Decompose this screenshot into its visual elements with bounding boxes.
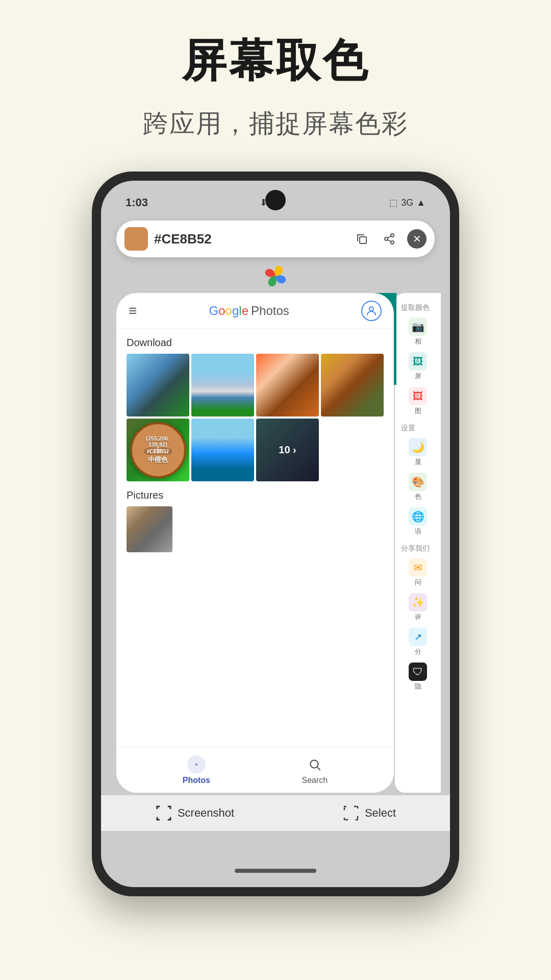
- side-panel: 提取颜色 📷 相 🖼 屏 🖼 图 设置: [395, 293, 441, 793]
- bottom-navigation: Photos Search: [116, 747, 394, 793]
- svg-point-1: [391, 234, 394, 237]
- nav-photos[interactable]: Photos: [183, 755, 210, 785]
- picture-1[interactable]: [127, 506, 172, 552]
- image-side-label: 图: [415, 406, 421, 415]
- review-side-label: 评: [415, 612, 421, 622]
- svg-line-12: [317, 767, 320, 770]
- google-photos-app-card: ≡ GooglePhotos Download: [116, 293, 394, 793]
- color-swatch: [124, 227, 148, 251]
- svg-point-3: [391, 241, 394, 244]
- svg-rect-7: [195, 764, 196, 765]
- svg-line-5: [388, 236, 391, 238]
- phone-mockup: 1:03 ⬇ A ⬚ 3G ▲ #CE8B52: [92, 172, 459, 896]
- svg-point-2: [385, 237, 388, 240]
- share-side-icon: ↗: [409, 628, 427, 646]
- feedback-side-label: 问: [415, 578, 421, 587]
- photo-2[interactable]: [191, 354, 254, 416]
- privacy-shield-icon: 🛡: [409, 663, 427, 681]
- download-label: Download: [127, 337, 384, 349]
- screen-side-icon: 🖼: [409, 352, 427, 371]
- side-camera-item[interactable]: 📷 相: [399, 315, 437, 348]
- dark-side-label: 显: [415, 457, 421, 467]
- side-dark-item[interactable]: 🌙 显: [399, 436, 437, 469]
- page-background: 屏幕取色 跨应用，捕捉屏幕色彩 1:03 ⬇ A ⬚ 3G ▲: [0, 0, 551, 980]
- side-privacy-item[interactable]: 🛡 隐: [399, 660, 437, 693]
- google-photos-icon: [259, 260, 292, 292]
- close-button[interactable]: ✕: [407, 229, 427, 249]
- account-icon[interactable]: [361, 301, 382, 321]
- nav-search[interactable]: Search: [302, 755, 328, 785]
- feedback-icon: ✉: [409, 558, 427, 577]
- hamburger-menu[interactable]: ≡: [129, 303, 137, 319]
- search-nav-icon: [306, 755, 324, 774]
- google-photos-icon-area: [259, 260, 292, 295]
- photo-5-container[interactable]: (255,206, 139,82) #CE8B52 中橙色 ✛: [127, 419, 189, 481]
- camera-side-label: 相: [415, 337, 421, 346]
- color-bar-actions: ✕: [352, 229, 427, 249]
- camera-notch: [265, 190, 286, 210]
- gesture-bar: [235, 869, 316, 873]
- copy-icon[interactable]: [352, 229, 371, 249]
- language-side-label: 语: [415, 527, 421, 536]
- share-side-label: 分: [415, 647, 421, 656]
- side-screen-item[interactable]: 🖼 屏: [399, 350, 437, 383]
- color-picker-circle: (255,206, 139,82) #CE8B52 中橙色 ✛: [130, 422, 186, 478]
- screenshot-button[interactable]: Screenshot: [155, 804, 234, 822]
- pictures-section: Pictures: [116, 485, 394, 556]
- photo-count-text: 10 ›: [279, 444, 296, 456]
- download-photo-grid: (255,206, 139,82) #CE8B52 中橙色 ✛: [127, 354, 384, 481]
- page-title: 屏幕取色: [182, 31, 369, 91]
- photos-nav-icon: [187, 755, 206, 774]
- color-card-icon: 🎨: [409, 473, 427, 491]
- color-picker-bar[interactable]: #CE8B52: [116, 220, 435, 257]
- svg-rect-9: [195, 765, 196, 766]
- side-color-item[interactable]: 🎨 色: [399, 471, 437, 503]
- screenshot-label: Screenshot: [178, 806, 234, 820]
- photo-6[interactable]: [191, 419, 254, 481]
- phone-screen: 1:03 ⬇ A ⬚ 3G ▲ #CE8B52: [101, 181, 450, 887]
- side-language-item[interactable]: 🌐 语: [399, 505, 437, 538]
- photos-nav-label: Photos: [183, 776, 210, 785]
- status-icons-right: ⬚ 3G ▲: [389, 197, 425, 208]
- phone-frame: 1:03 ⬇ A ⬚ 3G ▲ #CE8B52: [92, 172, 459, 896]
- svg-rect-10: [196, 765, 197, 766]
- select-button[interactable]: Select: [342, 804, 396, 822]
- select-label: Select: [365, 806, 396, 820]
- color-hex-value: #CE8B52: [154, 231, 346, 247]
- screen-side-label: 屏: [415, 372, 421, 381]
- photo-count[interactable]: 10 ›: [256, 419, 319, 481]
- side-image-item[interactable]: 🖼 图: [399, 385, 437, 418]
- privacy-side-label: 隐: [415, 682, 421, 691]
- side-feedback-item[interactable]: ✉ 问: [399, 556, 437, 589]
- photo-4[interactable]: [321, 354, 384, 416]
- svg-rect-0: [360, 237, 366, 243]
- svg-rect-8: [196, 764, 197, 765]
- app-title: GooglePhotos: [209, 304, 289, 318]
- page-subtitle: 跨应用，捕捉屏幕色彩: [143, 107, 408, 141]
- settings-section-label: 设置: [399, 422, 437, 434]
- side-share-item[interactable]: ↗ 分: [399, 626, 437, 658]
- photo-1[interactable]: [127, 354, 189, 416]
- screenshot-bar: Screenshot Select: [101, 795, 450, 831]
- side-review-item[interactable]: ✨ 评: [399, 591, 437, 624]
- network-label: 3G: [401, 198, 413, 208]
- screenshot-icon: [155, 804, 172, 822]
- photo-3[interactable]: [256, 354, 319, 416]
- color-side-label: 色: [415, 492, 421, 501]
- svg-line-4: [388, 240, 391, 242]
- side-panel-inner: 提取颜色 📷 相 🖼 屏 🖼 图 设置: [395, 293, 441, 699]
- share-section-label: 分享我们: [399, 542, 437, 554]
- camera-side-icon: 📷: [409, 317, 427, 336]
- signal-icon: ▲: [416, 198, 425, 208]
- download-section: Download (255,206,: [116, 329, 394, 485]
- select-icon: [342, 804, 360, 822]
- extract-section-label: 提取颜色: [399, 301, 437, 313]
- status-time: 1:03: [126, 196, 148, 209]
- share-icon[interactable]: [380, 229, 399, 249]
- app-header: ≡ GooglePhotos: [116, 293, 394, 329]
- globe-icon: 🌐: [409, 507, 427, 526]
- pictures-grid: [127, 506, 384, 552]
- pictures-label: Pictures: [127, 489, 384, 501]
- svg-point-11: [310, 760, 318, 768]
- cast-icon: ⬚: [389, 197, 398, 208]
